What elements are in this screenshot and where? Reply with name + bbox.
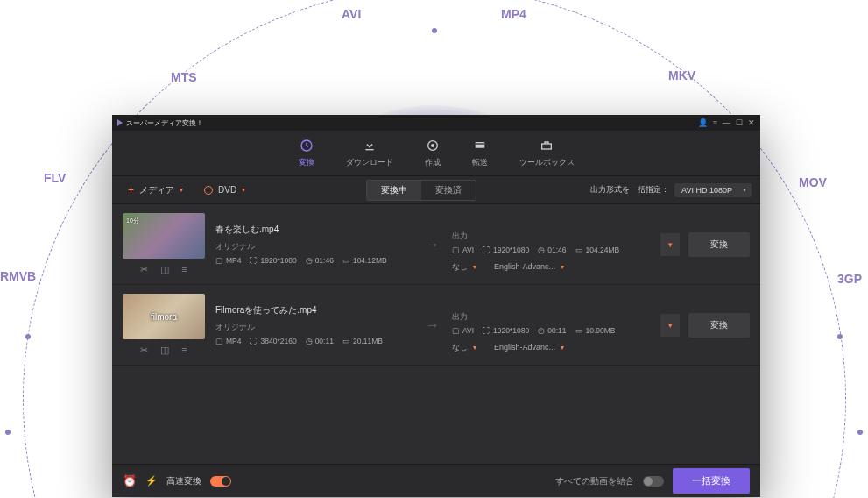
filename: 春を楽しむ.mp4 bbox=[215, 224, 413, 236]
menu-icon[interactable]: ≡ bbox=[713, 118, 717, 127]
chevron-down-icon: ▾ bbox=[561, 263, 564, 271]
trim-icon[interactable]: ✂ bbox=[140, 264, 148, 275]
media-label: メディア bbox=[139, 184, 174, 196]
orbit-label-mkv: MKV bbox=[668, 68, 695, 82]
chevron-down-icon: ▾ bbox=[473, 344, 476, 352]
duration-icon: ◷ bbox=[306, 337, 313, 345]
size-icon: ▭ bbox=[575, 326, 583, 335]
duration-icon: ◷ bbox=[306, 256, 313, 265]
output-label: 出力 bbox=[452, 231, 650, 242]
filename: Filmoraを使ってみた.mp4 bbox=[215, 304, 413, 317]
download-icon bbox=[362, 138, 378, 153]
format-picker-button[interactable]: ▾ bbox=[660, 233, 680, 256]
resolution-icon: ⛶ bbox=[250, 337, 258, 345]
merge-toggle[interactable] bbox=[643, 476, 664, 487]
orbit-dot bbox=[857, 430, 863, 435]
svg-rect-6 bbox=[542, 144, 552, 149]
app-window: スーパーメディア変換！ 👤 ≡ — ☐ ✕ 変換 ダウンロード 作成 転送 bbox=[112, 115, 760, 497]
transfer-icon bbox=[472, 138, 488, 153]
add-dvd-button[interactable]: DVD ▾ bbox=[197, 181, 252, 198]
bolt-icon: ⚡ bbox=[145, 475, 158, 487]
original-label: オリジナル bbox=[215, 241, 413, 253]
orbit-dot bbox=[5, 430, 11, 435]
format-icon: ▢ bbox=[452, 245, 460, 254]
main-nav: 変換 ダウンロード 作成 転送 ツールボックス bbox=[112, 131, 760, 176]
output-label: 出力 bbox=[452, 311, 650, 323]
chevron-down-icon: ▾ bbox=[242, 186, 245, 194]
subtitle-none-dropdown[interactable]: なし▾ bbox=[452, 261, 476, 273]
format-icon: ▢ bbox=[215, 256, 223, 265]
duration-icon: ◷ bbox=[538, 245, 545, 254]
orbit-label-rmvb: RMVB bbox=[0, 269, 36, 283]
arrow-right-icon: → bbox=[422, 317, 443, 333]
orbit-dot bbox=[25, 334, 31, 339]
subtitle-lang-dropdown[interactable]: English-Advanc...▾ bbox=[494, 342, 564, 353]
nav-label: 作成 bbox=[425, 157, 441, 168]
file-row: filmora ✂ ◫ ≡ Filmoraを使ってみた.mp4 オリジナル ▢M… bbox=[112, 285, 760, 366]
nav-label: ダウンロード bbox=[346, 157, 393, 168]
trim-icon[interactable]: ✂ bbox=[140, 345, 148, 356]
footer: ⏰ ⚡ 高速変換 すべての動画を結合 一括変換 bbox=[112, 464, 760, 497]
video-thumbnail[interactable]: 10分 bbox=[123, 213, 205, 259]
video-thumbnail[interactable]: filmora bbox=[123, 294, 205, 339]
thumb-watermark: filmora bbox=[151, 312, 177, 322]
output-format-label: 出力形式を一括指定： bbox=[590, 184, 669, 196]
convert-button[interactable]: 変換 bbox=[688, 313, 750, 338]
output-format-select[interactable]: AVI HD 1080P bbox=[674, 183, 752, 197]
nav-transfer[interactable]: 転送 bbox=[472, 138, 488, 175]
disc-small-icon bbox=[204, 186, 213, 195]
file-list: 10分 ✂ ◫ ≡ 春を楽しむ.mp4 オリジナル ▢MP4 ⛶1920*108… bbox=[112, 204, 760, 464]
format-icon: ▢ bbox=[215, 337, 223, 345]
nav-label: 転送 bbox=[472, 157, 488, 168]
chevron-down-icon: ▾ bbox=[180, 186, 183, 194]
subtitle-lang-dropdown[interactable]: English-Advanc...▾ bbox=[494, 261, 564, 273]
format-icon: ▢ bbox=[452, 326, 460, 335]
effects-icon[interactable]: ≡ bbox=[181, 264, 187, 275]
crop-icon[interactable]: ◫ bbox=[160, 345, 169, 356]
crop-icon[interactable]: ◫ bbox=[160, 264, 169, 275]
add-media-button[interactable]: + メディア ▾ bbox=[121, 181, 190, 200]
batch-convert-button[interactable]: 一括変換 bbox=[673, 468, 750, 494]
toolbar: + メディア ▾ DVD ▾ 変換中 変換済 出力形式を一括指定： AVI HD… bbox=[112, 176, 760, 204]
nav-download[interactable]: ダウンロード bbox=[346, 138, 393, 175]
svg-point-3 bbox=[431, 145, 434, 147]
original-meta: ▢MP4 ⛶1920*1080 ◷01:46 ▭104.12MB bbox=[215, 256, 413, 265]
status-tabs: 変換中 変換済 bbox=[366, 180, 476, 201]
chevron-down-icon: ▾ bbox=[473, 263, 476, 271]
orbit-dot bbox=[432, 28, 437, 33]
tab-converted[interactable]: 変換済 bbox=[421, 181, 476, 200]
toolbox-icon bbox=[539, 138, 554, 153]
nav-create[interactable]: 作成 bbox=[425, 138, 441, 175]
effects-icon[interactable]: ≡ bbox=[181, 345, 187, 356]
output-format-group: 出力形式を一括指定： AVI HD 1080P bbox=[590, 183, 752, 197]
svg-rect-4 bbox=[475, 142, 484, 148]
file-row: 10分 ✂ ◫ ≡ 春を楽しむ.mp4 オリジナル ▢MP4 ⛶1920*108… bbox=[112, 204, 760, 285]
resolution-icon: ⛶ bbox=[483, 245, 490, 254]
subtitle-none-dropdown[interactable]: なし▾ bbox=[452, 342, 476, 353]
app-logo-icon bbox=[117, 119, 123, 126]
schedule-icon[interactable]: ⏰ bbox=[123, 474, 137, 487]
high-speed-label: 高速変換 bbox=[166, 475, 201, 487]
nav-convert[interactable]: 変換 bbox=[299, 138, 314, 175]
maximize-icon[interactable]: ☐ bbox=[736, 118, 743, 127]
nav-label: ツールボックス bbox=[519, 157, 575, 168]
size-icon: ▭ bbox=[342, 256, 350, 265]
output-meta: ▢AVI ⛶1920*1080 ◷00:11 ▭10.90MB bbox=[452, 326, 650, 335]
orbit-label-flv: FLV bbox=[44, 171, 66, 185]
high-speed-toggle[interactable] bbox=[210, 476, 231, 487]
disc-icon bbox=[425, 138, 441, 153]
titlebar: スーパーメディア変換！ 👤 ≡ — ☐ ✕ bbox=[112, 115, 760, 131]
convert-button[interactable]: 変換 bbox=[688, 232, 750, 257]
user-icon[interactable]: 👤 bbox=[698, 118, 708, 127]
orbit-label-mts: MTS bbox=[171, 70, 197, 84]
close-icon[interactable]: ✕ bbox=[748, 118, 755, 127]
original-label: オリジナル bbox=[215, 322, 413, 333]
minimize-icon[interactable]: — bbox=[723, 118, 730, 127]
resolution-icon: ⛶ bbox=[250, 256, 258, 265]
nav-toolbox[interactable]: ツールボックス bbox=[519, 138, 575, 175]
nav-label: 変換 bbox=[299, 157, 314, 168]
format-picker-button[interactable]: ▾ bbox=[660, 314, 680, 337]
svg-rect-5 bbox=[475, 143, 484, 144]
resolution-icon: ⛶ bbox=[483, 326, 490, 335]
tab-converting[interactable]: 変換中 bbox=[367, 181, 421, 200]
